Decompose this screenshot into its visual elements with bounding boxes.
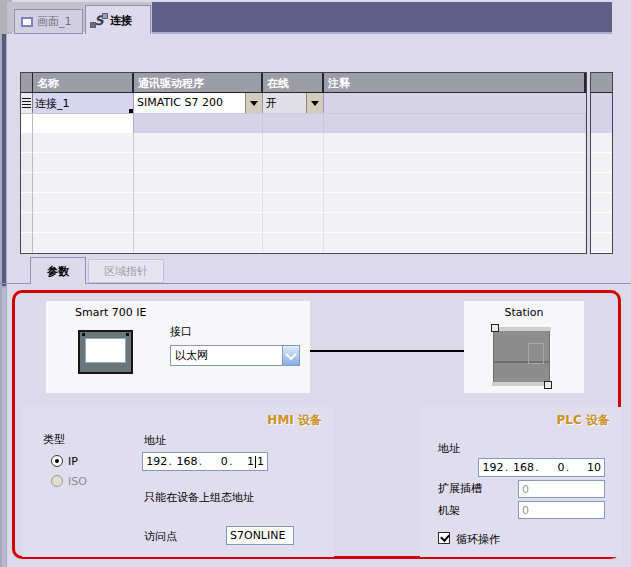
empty-table-row	[21, 233, 586, 253]
empty-cell[interactable]	[134, 193, 263, 213]
empty-cell[interactable]	[21, 153, 33, 173]
empty-cell[interactable]	[33, 233, 134, 253]
checkmark-icon	[440, 532, 450, 542]
monitor-screen	[85, 338, 126, 363]
hmi-ip-octet-4-after: 1	[257, 455, 264, 468]
hmi-device-name: Smart 700 IE	[75, 306, 146, 319]
online-dropdown[interactable]: 开	[263, 93, 323, 113]
empty-cell[interactable]	[263, 193, 324, 213]
empty-cell[interactable]	[324, 133, 586, 153]
empty-cell[interactable]	[134, 113, 263, 133]
empty-cell[interactable]	[21, 233, 33, 253]
radio-ip[interactable]	[51, 455, 63, 467]
radio-iso[interactable]	[51, 475, 63, 487]
row-selector-header	[21, 73, 33, 93]
empty-cell[interactable]	[134, 133, 263, 153]
empty-cell[interactable]	[263, 233, 324, 253]
interface-dropdown-button[interactable]	[282, 346, 299, 365]
column-header-name[interactable]: 名称	[33, 73, 134, 93]
access-point-field[interactable]: S7ONLINE	[226, 526, 294, 545]
connection-name-text: 连接_1	[35, 97, 70, 110]
empty-cell[interactable]	[33, 173, 134, 193]
empty-cell[interactable]	[21, 173, 33, 193]
driver-value: SIMATIC S7 200	[134, 93, 245, 113]
current-row-icon	[22, 98, 31, 109]
empty-table-row	[21, 133, 586, 153]
plc-ip-octet-4: 10	[587, 461, 601, 474]
interface-label: 接口	[170, 324, 192, 339]
empty-cell[interactable]	[324, 173, 586, 193]
cyclic-operation-label: 循环操作	[456, 532, 500, 547]
row-selector[interactable]	[21, 93, 33, 113]
dropdown-arrow-icon	[311, 101, 319, 106]
empty-cell[interactable]	[263, 113, 324, 133]
expansion-slot-field[interactable]: 0	[518, 480, 605, 498]
rack-field[interactable]: 0	[518, 501, 605, 519]
empty-cell[interactable]	[263, 133, 324, 153]
monitor-dot-icon	[82, 333, 85, 336]
empty-cell[interactable]	[33, 193, 134, 213]
table-filler-column	[590, 72, 613, 254]
online-dropdown-button[interactable]	[306, 93, 323, 113]
column-header-online[interactable]: 在线	[263, 73, 324, 93]
empty-cell[interactable]	[324, 113, 586, 133]
empty-cell[interactable]	[33, 213, 134, 233]
empty-cell[interactable]	[33, 153, 134, 173]
expansion-slot-label: 扩展插槽	[438, 481, 482, 496]
table-row: 连接_1 SIMATIC S7 200 开	[21, 93, 586, 113]
hmi-address-label: 地址	[144, 433, 166, 448]
comment-cell[interactable]	[324, 93, 586, 113]
hmi-ip-octet-2: 168	[177, 455, 198, 468]
empty-cell[interactable]	[324, 153, 586, 173]
tab-connections[interactable]: S 连接	[85, 5, 151, 34]
radio-iso-label: ISO	[68, 475, 87, 488]
empty-cell[interactable]	[21, 193, 33, 213]
connection-line	[310, 350, 464, 352]
row-selector[interactable]	[21, 113, 33, 133]
connection-name-cell[interactable]: 连接_1	[33, 93, 134, 113]
plc-device-icon	[493, 330, 550, 383]
plc-section-title: PLC 设备	[557, 412, 610, 429]
tab-screen-1-label: 画面_1	[37, 14, 72, 29]
empty-cell[interactable]	[33, 133, 134, 153]
tab-parameters[interactable]: 参数	[30, 257, 86, 284]
empty-cell[interactable]	[324, 193, 586, 213]
empty-cell[interactable]	[21, 213, 33, 233]
column-header-comment[interactable]: 注释	[324, 73, 586, 93]
table-insert-row	[21, 113, 586, 133]
plc-address-label: 地址	[438, 441, 460, 456]
empty-table-row	[21, 173, 586, 193]
driver-cell: SIMATIC S7 200	[134, 93, 263, 113]
driver-dropdown[interactable]: SIMATIC S7 200	[134, 93, 262, 113]
driver-dropdown-button[interactable]	[245, 93, 262, 113]
lower-tab-baseline	[0, 283, 631, 284]
empty-cell[interactable]	[263, 213, 324, 233]
empty-cell[interactable]	[134, 153, 263, 173]
column-header-driver[interactable]: 通讯驱动程序	[134, 73, 263, 93]
empty-cell[interactable]	[21, 133, 33, 153]
online-cell: 开	[263, 93, 324, 113]
connection-icon: S	[92, 13, 106, 28]
empty-cell[interactable]	[134, 173, 263, 193]
empty-cell[interactable]	[134, 233, 263, 253]
tab-screen-1[interactable]: 画面_1	[14, 9, 83, 34]
rack-label: 机架	[438, 503, 460, 518]
hmi-address-note: 只能在设备上组态地址	[144, 490, 254, 505]
hmi-ip-address-field[interactable]: 192. 168. 0. 11	[142, 452, 268, 471]
plc-ip-octet-2: 168	[513, 461, 534, 474]
empty-table-row	[21, 193, 586, 213]
type-label: 类型	[43, 432, 65, 447]
empty-cell[interactable]	[263, 173, 324, 193]
plc-ip-address-field[interactable]: 192. 168. 0. 10	[478, 458, 605, 477]
hmi-device-icon	[78, 330, 133, 374]
filler-header	[591, 73, 612, 93]
cyclic-operation-checkbox[interactable]	[438, 532, 450, 544]
tab-area-pointers[interactable]: 区域指针	[88, 259, 164, 283]
cell-fill-handle[interactable]	[129, 109, 134, 113]
new-connection-cell[interactable]	[33, 113, 134, 133]
empty-cell[interactable]	[324, 233, 586, 253]
empty-cell[interactable]	[324, 213, 586, 233]
empty-cell[interactable]	[134, 213, 263, 233]
empty-cell[interactable]	[263, 153, 324, 173]
interface-dropdown[interactable]: 以太网	[170, 345, 300, 366]
